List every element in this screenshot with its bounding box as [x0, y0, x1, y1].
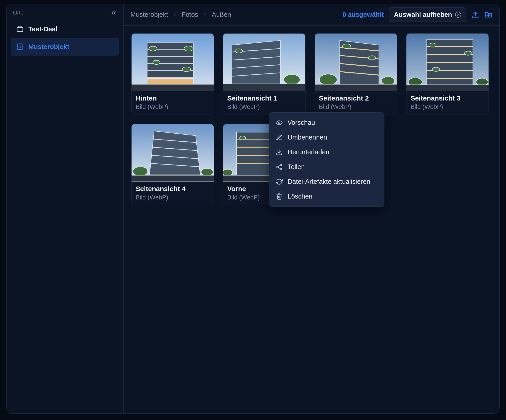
svg-rect-0: [17, 27, 23, 32]
ctx-label: Datei-Artefakte aktualisieren: [288, 178, 370, 185]
file-subtitle: Bild (WebP): [411, 103, 485, 110]
svg-point-55: [432, 67, 440, 71]
briefcase-icon: [16, 25, 24, 33]
download-icon: [276, 149, 283, 156]
sidebar-item-musterobjekt[interactable]: Musterobjekt: [11, 38, 119, 56]
ctx-preview[interactable]: Vorschau: [269, 115, 384, 130]
ctx-label: Vorschau: [288, 119, 315, 126]
file-subtitle: Bild (WebP): [136, 194, 210, 201]
file-meta: Seitenansicht 2 Bild (WebP): [315, 91, 397, 115]
svg-point-75: [223, 169, 233, 176]
svg-rect-25: [132, 84, 214, 91]
file-subtitle: Bild (WebP): [319, 103, 393, 110]
ctx-label: Löschen: [288, 193, 313, 200]
svg-point-78: [278, 122, 280, 124]
file-thumbnail: [315, 34, 397, 91]
ctx-label: Teilen: [288, 163, 305, 171]
file-thumbnail: [223, 34, 305, 91]
collapse-sidebar-icon[interactable]: [110, 9, 117, 16]
sidebar: Orte Test-Deal Musterobjekt: [7, 4, 124, 413]
share-icon: [276, 164, 283, 170]
file-thumbnail: [406, 34, 489, 91]
sidebar-title: Orte: [13, 10, 24, 16]
svg-point-44: [368, 56, 376, 60]
svg-point-32: [284, 75, 300, 85]
close-icon: [455, 12, 461, 18]
pencil-icon: [276, 134, 283, 141]
svg-point-76: [239, 136, 245, 140]
file-meta: Seitenansicht 1 Bild (WebP): [223, 91, 305, 115]
deselect-label: Auswahl aufheben: [394, 11, 452, 18]
svg-point-43: [342, 44, 351, 48]
file-meta: Hinten Bild (WebP): [132, 91, 214, 115]
sidebar-item-label: Musterobjekt: [28, 43, 69, 51]
svg-point-21: [184, 46, 193, 51]
svg-marker-27: [232, 41, 280, 84]
upload-icon[interactable]: [471, 11, 479, 19]
file-title: Seitenansicht 1: [227, 95, 301, 102]
chevron-right-icon: [203, 13, 207, 17]
file-card[interactable]: Seitenansicht 4 Bild (WebP): [131, 124, 214, 205]
svg-point-20: [149, 46, 157, 51]
file-subtitle: Bild (WebP): [227, 103, 301, 110]
svg-rect-1: [18, 44, 22, 50]
file-meta: Seitenansicht 3 Bild (WebP): [406, 91, 489, 115]
toolbar: Musterobjekt Fotos Außen 0 ausgewählt Au…: [124, 4, 499, 26]
eye-icon: [276, 119, 283, 126]
svg-point-53: [429, 43, 436, 47]
svg-rect-58: [406, 85, 489, 91]
ctx-download[interactable]: Herunterladen: [269, 145, 384, 160]
file-card[interactable]: Seitenansicht 1 Bild (WebP): [223, 33, 306, 115]
svg-line-84: [278, 167, 280, 168]
main-panel: Musterobjekt Fotos Außen 0 ausgewählt Au…: [124, 4, 499, 413]
breadcrumb-item[interactable]: Fotos: [182, 11, 198, 18]
svg-point-41: [319, 74, 337, 85]
refresh-icon: [276, 178, 283, 185]
ctx-label: Umbenennen: [288, 134, 327, 141]
file-title: Hinten: [136, 95, 210, 102]
svg-point-54: [465, 51, 472, 55]
sidebar-item-label: Test-Deal: [28, 25, 57, 33]
svg-point-33: [235, 49, 243, 53]
file-card[interactable]: Hinten Bild (WebP): [131, 33, 214, 115]
file-card[interactable]: Seitenansicht 3 Bild (WebP): [406, 33, 489, 115]
file-title: Seitenansicht 2: [319, 95, 393, 102]
breadcrumb-item[interactable]: Musterobjekt: [130, 11, 168, 18]
svg-point-22: [153, 60, 160, 64]
ctx-rename[interactable]: Umbenennen: [269, 130, 384, 145]
grid-scroll[interactable]: Hinten Bild (WebP): [124, 26, 499, 413]
svg-rect-45: [315, 84, 397, 91]
breadcrumb: Musterobjekt Fotos Außen: [130, 11, 231, 18]
svg-point-65: [133, 167, 148, 176]
ctx-share[interactable]: Teilen: [269, 160, 384, 174]
svg-rect-34: [223, 84, 305, 91]
selected-count: 0 ausgewählt: [342, 11, 384, 18]
file-thumbnail: [132, 124, 214, 182]
app-window: Orte Test-Deal Musterobjekt Musterobjekt…: [6, 4, 500, 414]
chevron-right-icon: [173, 13, 177, 17]
sidebar-item-test-deal[interactable]: Test-Deal: [11, 20, 119, 38]
file-card[interactable]: Seitenansicht 2 Bild (WebP): [315, 33, 397, 115]
file-title: Seitenansicht 3: [411, 95, 485, 102]
new-folder-icon[interactable]: [485, 11, 493, 19]
svg-rect-67: [132, 175, 214, 182]
file-meta: Seitenansicht 4 Bild (WebP): [132, 182, 214, 205]
file-thumbnail: [132, 34, 214, 91]
deselect-button[interactable]: Auswahl aufheben: [389, 7, 466, 22]
breadcrumb-item[interactable]: Außen: [212, 11, 231, 18]
toolbar-right: 0 ausgewählt Auswahl aufheben: [342, 7, 493, 22]
svg-line-83: [278, 165, 280, 167]
ctx-delete[interactable]: Löschen: [269, 189, 384, 204]
svg-marker-60: [149, 131, 200, 175]
file-title: Seitenansicht 4: [136, 185, 210, 193]
file-subtitle: Bild (WebP): [136, 103, 210, 110]
svg-point-66: [201, 168, 213, 176]
svg-point-42: [382, 77, 395, 85]
trash-icon: [276, 193, 283, 200]
svg-point-23: [182, 67, 191, 71]
context-menu: Vorschau Umbenennen Herunterladen Teilen…: [269, 112, 384, 207]
ctx-label: Herunterladen: [288, 148, 329, 156]
sidebar-header: Orte: [11, 9, 119, 20]
ctx-refresh-artifacts[interactable]: Datei-Artefakte aktualisieren: [269, 174, 384, 189]
building-icon: [16, 43, 24, 51]
